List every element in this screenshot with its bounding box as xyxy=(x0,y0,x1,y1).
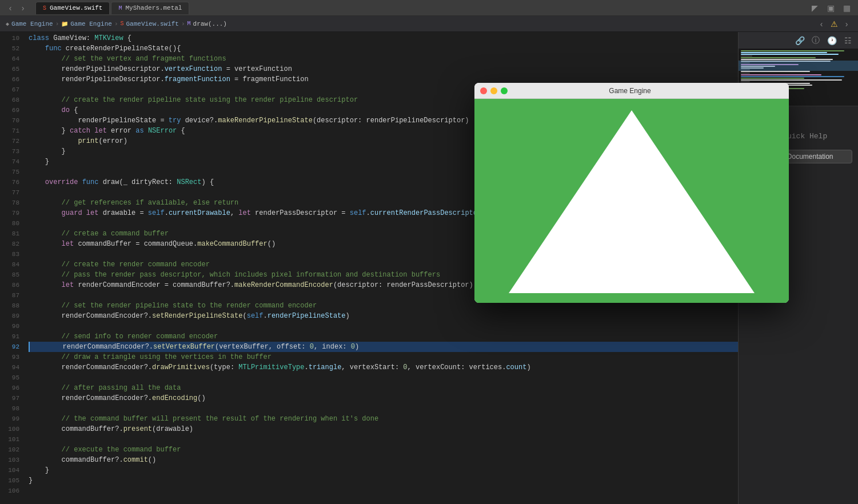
line-number: 99 xyxy=(5,414,19,424)
right-panel-toolbar: 🔗 ⓘ 🕐 ☷ xyxy=(739,32,858,49)
line-number: 84 xyxy=(5,259,19,270)
line-number: 98 xyxy=(5,403,19,414)
line-number: 88 xyxy=(5,301,19,311)
line-number: 72 xyxy=(5,136,19,146)
code-line: // execute the command buffer xyxy=(29,445,738,455)
line-number: 103 xyxy=(5,455,19,465)
nav-arrows: ‹ › xyxy=(5,2,29,14)
code-line: // the command buffer will present the r… xyxy=(29,414,738,424)
minimap-viewport xyxy=(739,61,858,71)
code-line: renderCommandEncoder?.endEncoding() xyxy=(29,393,738,403)
line-number: 10 xyxy=(5,33,19,43)
code-line: commandBuffer?.present(drawable) xyxy=(29,424,738,434)
line-number: 67 xyxy=(5,85,19,95)
code-line: // send info to render command encoder xyxy=(29,331,738,342)
code-line: func createRenderPipelineState(){ xyxy=(29,43,738,54)
line-number: 90 xyxy=(5,321,19,331)
line-number: 80 xyxy=(5,218,19,229)
simulator-window: Game Engine xyxy=(474,83,789,303)
line-number: 102 xyxy=(5,445,19,455)
breadcrumb-game-engine-1[interactable]: Game Engine xyxy=(11,21,53,27)
line-number: 94 xyxy=(5,362,19,373)
line-number: 71 xyxy=(5,126,19,136)
line-number: 91 xyxy=(5,331,19,342)
code-line: commandBuffer?.commit() xyxy=(29,455,738,465)
line-number: 85 xyxy=(5,270,19,280)
breadcrumb-nav-buttons: ‹ ⚠ › xyxy=(816,18,852,30)
code-line xyxy=(29,373,738,383)
folder-icon: 📁 xyxy=(61,21,68,27)
code-line: renderCommandEncoder?.setRenderPipelineS… xyxy=(29,311,738,321)
code-line: // after passing all the data xyxy=(29,383,738,393)
line-number: 52 xyxy=(5,43,19,54)
breadcrumb-draw[interactable]: draw(...) xyxy=(193,21,227,27)
tab-myshaders-label: MyShaders.metal xyxy=(125,5,182,11)
line-number: 66 xyxy=(5,74,19,85)
line-number: 78 xyxy=(5,198,19,208)
layout-button[interactable]: ▣ xyxy=(824,1,837,15)
line-number: 87 xyxy=(5,290,19,301)
back-button[interactable]: ‹ xyxy=(5,2,16,14)
swift-breadcrumb-icon: S xyxy=(121,21,124,27)
line-number: 105 xyxy=(5,475,19,486)
panel-share-button[interactable]: 🔗 xyxy=(793,34,807,47)
line-number: 89 xyxy=(5,311,19,321)
inspector-button[interactable]: ▦ xyxy=(840,1,853,15)
sim-max-button[interactable] xyxy=(501,87,508,94)
panel-grid-button[interactable]: ☷ xyxy=(841,34,855,47)
panel-history-button[interactable]: 🕐 xyxy=(825,34,839,47)
line-number: 79 xyxy=(5,208,19,218)
line-number: 104 xyxy=(5,465,19,475)
forward-button[interactable]: › xyxy=(17,2,29,14)
line-number: 96 xyxy=(5,383,19,393)
tab-gameview[interactable]: S GameView.swift xyxy=(35,2,110,14)
swift-icon: S xyxy=(43,5,46,11)
code-line xyxy=(29,486,738,496)
line-number: 73 xyxy=(5,146,19,157)
line-number: 70 xyxy=(5,115,19,126)
split-editor-button[interactable]: ◤ xyxy=(808,1,821,15)
breadcrumb-warn[interactable]: ⚠ xyxy=(828,18,840,30)
window-controls: ◤ ▣ ▦ xyxy=(808,1,853,15)
line-number: 68 xyxy=(5,95,19,105)
title-bar: ‹ › S GameView.swift M MyShaders.metal ◤… xyxy=(0,0,858,16)
line-number: 83 xyxy=(5,249,19,259)
line-number: 106 xyxy=(5,486,19,496)
sim-min-button[interactable] xyxy=(490,87,497,94)
code-line xyxy=(29,403,738,414)
sim-title-bar: Game Engine xyxy=(474,83,789,99)
line-number: 82 xyxy=(5,239,19,249)
line-number: 92 xyxy=(5,342,19,352)
line-number: 101 xyxy=(5,434,19,445)
line-number: 74 xyxy=(5,157,19,167)
line-number: 97 xyxy=(5,393,19,403)
code-line: class GameView: MTKView { xyxy=(29,33,738,43)
code-line: } xyxy=(29,465,738,475)
breadcrumb-bar: ◆ Game Engine › 📁 Game Engine › S GameVi… xyxy=(0,16,858,32)
breadcrumb-prev[interactable]: ‹ xyxy=(816,18,827,30)
code-line: renderPipelineDescriptor.vertexFunction … xyxy=(29,64,738,74)
sim-title-text: Game Engine xyxy=(511,87,749,95)
code-line: // draw a triangle using the vertices in… xyxy=(29,352,738,362)
line-numbers: 1052646566676869707172737475767778798081… xyxy=(0,32,24,504)
tab-myshaders[interactable]: M MyShaders.metal xyxy=(111,2,189,14)
sim-canvas xyxy=(474,99,789,303)
line-number: 69 xyxy=(5,105,19,115)
breadcrumb-gameview[interactable]: GameView.swift xyxy=(126,21,179,27)
line-number: 93 xyxy=(5,352,19,362)
sim-close-button[interactable] xyxy=(480,87,487,94)
breadcrumb-game-engine-2[interactable]: Game Engine xyxy=(70,21,112,27)
tab-gameview-label: GameView.swift xyxy=(50,5,102,11)
triangle-svg xyxy=(474,99,789,303)
line-number: 65 xyxy=(5,64,19,74)
line-number: 75 xyxy=(5,167,19,177)
breadcrumb: ◆ Game Engine › 📁 Game Engine › S GameVi… xyxy=(6,21,813,27)
method-breadcrumb-icon: M xyxy=(187,21,191,27)
breadcrumb-next[interactable]: › xyxy=(841,18,852,30)
code-line: renderCommandEncoder?.setVertexBuffer(ve… xyxy=(29,342,738,352)
tab-bar: S GameView.swift M MyShaders.metal xyxy=(31,2,805,14)
panel-info-button[interactable]: ⓘ xyxy=(809,34,823,47)
code-line xyxy=(29,434,738,445)
line-number: 81 xyxy=(5,229,19,239)
line-number: 86 xyxy=(5,280,19,290)
